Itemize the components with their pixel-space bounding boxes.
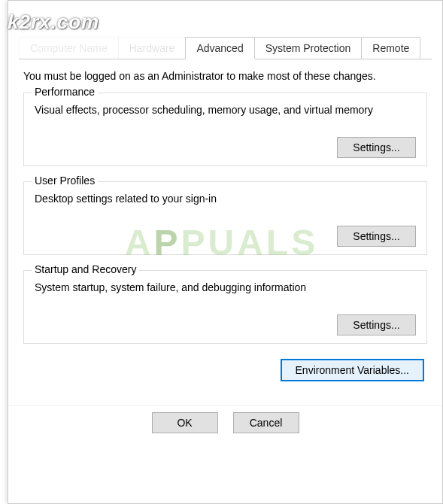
system-properties-dialog: Computer Name Hardware Advanced System P…	[8, 0, 443, 504]
performance-group: Performance Visual effects, processor sc…	[23, 93, 427, 166]
tab-hardware[interactable]: Hardware	[118, 37, 187, 59]
user-profiles-settings-button[interactable]: Settings...	[337, 226, 416, 247]
cancel-button[interactable]: Cancel	[233, 412, 299, 433]
tab-advanced[interactable]: Advanced	[185, 37, 254, 59]
tab-computer-name[interactable]: Computer Name	[19, 37, 119, 59]
performance-desc: Visual effects, processor scheduling, me…	[35, 104, 416, 116]
startup-recovery-settings-button[interactable]: Settings...	[337, 314, 416, 335]
watermark-k2rx: k2rx.com	[8, 11, 99, 34]
user-profiles-title: User Profiles	[32, 175, 98, 187]
tab-strip: Computer Name Hardware Advanced System P…	[19, 37, 432, 59]
performance-settings-button[interactable]: Settings...	[337, 137, 416, 158]
dialog-button-row: OK Cancel	[8, 405, 442, 439]
tab-content-advanced: You must be logged on as an Administrato…	[8, 59, 442, 405]
user-profiles-desc: Desktop settings related to your sign-in	[35, 193, 416, 205]
admin-notice-text: You must be logged on as an Administrato…	[23, 70, 427, 82]
performance-title: Performance	[32, 86, 98, 98]
user-profiles-group: User Profiles Desktop settings related t…	[23, 181, 427, 255]
startup-recovery-title: Startup and Recovery	[32, 263, 139, 275]
ok-button[interactable]: OK	[152, 412, 218, 433]
startup-recovery-group: Startup and Recovery System startup, sys…	[23, 270, 427, 344]
tab-system-protection[interactable]: System Protection	[254, 37, 363, 59]
startup-recovery-desc: System startup, system failure, and debu…	[35, 281, 416, 293]
tab-remote[interactable]: Remote	[361, 37, 420, 59]
environment-variables-button[interactable]: Environment Variables...	[281, 359, 424, 381]
